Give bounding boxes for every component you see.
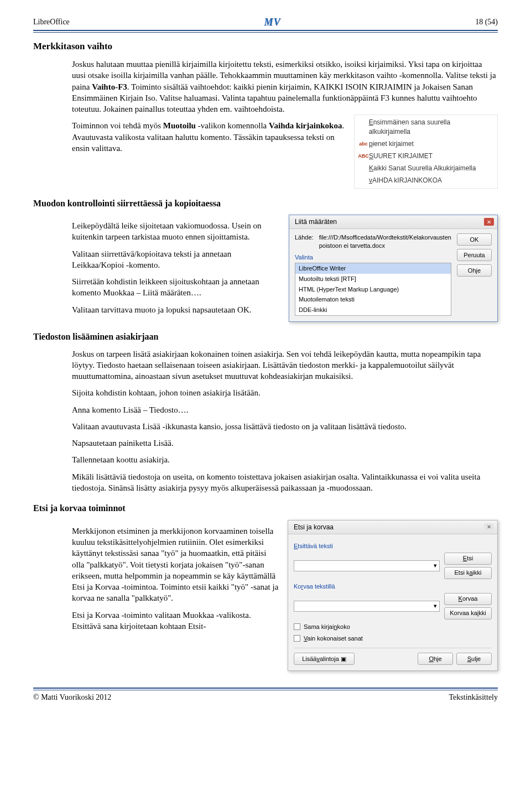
list-item[interactable]: Muotoiltu teksti [RTF] [295,274,451,284]
menu-item-lowercase[interactable]: abcpienet kirjaimet [355,138,497,150]
paragraph: Valitaan tarvittava muoto ja lopuksi nap… [72,304,281,315]
case-menu-screenshot: EEnsimmäinen sana suurella alkukirjaimel… [354,114,498,188]
paragraph: Tallennetaan koottu asiakirja. [72,454,498,465]
paragraph: Valitaan siirrettävä/kopioitava teksti j… [72,248,281,271]
paragraph: Toiminnon voi tehdä myös Muotoilu -valik… [72,120,346,154]
help-button[interactable]: Ohje [418,653,453,665]
source-label: Lähde: [295,233,314,250]
lowercase-icon: abc [358,140,369,147]
find-label: Etsittävä teksti [294,542,492,550]
menu-item-uppercase[interactable]: ABCSUURET KIRJAIMET [355,150,497,162]
menu-item-sentence-case[interactable]: EEnsimmäinen sana suurella alkukirjaimel… [355,116,497,137]
cancel-button[interactable]: Peruuta [457,249,492,261]
page-header: LibreOffice MV 18 (54) [33,15,498,29]
menu-item-toggle-case[interactable]: vAIHDA kIRJAINKOKOA [355,174,497,186]
paragraph: Merkkijonon etsiminen ja merkkijonon kor… [72,525,280,604]
paragraph: Etsi ja Korvaa -toiminto valitaan Muokka… [72,610,280,632]
find-input[interactable]: ▾ [294,560,440,571]
source-value: file:///D:/Msofficedata/Wordtekstit/Kela… [319,233,451,250]
menu-item-capitalize-each[interactable]: Kaikki Sanat Suurella Alkukirjaimella [355,162,497,174]
list-item[interactable]: LibreOffice Writer [295,263,451,274]
ok-button[interactable]: OK [457,233,492,246]
format-listbox[interactable]: LibreOffice Writer Muotoiltu teksti [RTF… [295,263,451,316]
chevron-down-icon[interactable]: ▾ [434,602,437,610]
whole-words-checkbox[interactable]: Vain kokonaiset sanat [294,634,492,643]
selection-label: Valinta [295,253,451,262]
dialog-title: Liitä määräten [295,217,337,226]
paragraph: Napsautetaan painiketta Lisää. [72,438,498,449]
dialog-title: Etsi ja korvaa [294,523,334,532]
paragraph: Sijoita kohdistin kohtaan, johon toinen … [72,387,498,398]
paragraph: Mikäli lisättäviä tiedostoja on useita, … [72,471,498,494]
close-icon[interactable]: ✕ [484,523,494,531]
copyright: © Matti Vuorikoski 2012 [33,693,111,703]
more-options-button[interactable]: Lisää valintoja ▣ [294,653,355,665]
heading-etsi-ja-korvaa: Etsi ja korvaa toiminnot [33,502,498,514]
close-button[interactable]: Sulje [456,653,492,665]
header-rule [33,30,498,33]
page-footer: © Matti Vuorikoski 2012 Tekstinkäsittely [33,688,498,703]
paragraph: Leikepöydältä leike sijoitetaan vakiomuo… [72,220,281,243]
heading-muodon-kontrollointi: Muodon kontrollointi siirrettäessä ja ko… [33,197,498,210]
help-button[interactable]: Ohje [457,264,492,277]
heading-tiedoston-lisaaminen: Tiedoston lisääminen asiakirjaan [33,331,498,343]
replace-button[interactable]: Korvaa [444,593,492,605]
close-icon[interactable]: ✕ [484,218,494,226]
replace-all-button[interactable]: Korvaa kaikki [444,607,492,620]
paste-special-dialog: Liitä määräten ✕ Lähde: file:///D:/Msoff… [289,215,498,322]
list-item[interactable]: HTML (HyperText Markup Language) [295,284,451,295]
find-replace-dialog: Etsi ja korvaa ✕ Etsittävä teksti ▾ Etsi… [288,520,498,672]
product-name: LibreOffice [33,17,70,28]
paragraph: Siirretään kohdistin leikkeen sijoitusko… [72,276,281,299]
page-number: 18 (54) [475,17,498,28]
paragraph: Joskus on tarpeen lisätä asiakirjaan kok… [72,348,498,382]
replace-input[interactable]: ▾ [294,601,440,612]
paragraph: Joskus halutaan muuttaa pienillä kirjaim… [72,59,498,114]
chevron-down-icon[interactable]: ▾ [434,561,437,570]
list-item[interactable]: DDE-linkki [295,305,451,315]
find-button[interactable]: Etsi [444,553,492,565]
paragraph: Valitaan avautuvasta Lisää -ikkunasta ka… [72,421,498,432]
mv-logo: MV [264,15,280,29]
footer-right: Tekstinkäsittely [449,693,498,703]
find-all-button[interactable]: Etsi kaikki [444,567,492,579]
uppercase-icon: ABC [358,153,369,159]
replace-label: Korvaa tekstillä [294,582,492,591]
match-case-checkbox[interactable]: Sama kirjainkoko [294,623,492,631]
heading-merkkitason-vaihto: Merkkitason vaihto [33,40,498,53]
list-item[interactable]: Muotoilematon teksti [295,294,451,305]
paragraph: Anna komento Lisää – Tiedosto…. [72,404,498,415]
